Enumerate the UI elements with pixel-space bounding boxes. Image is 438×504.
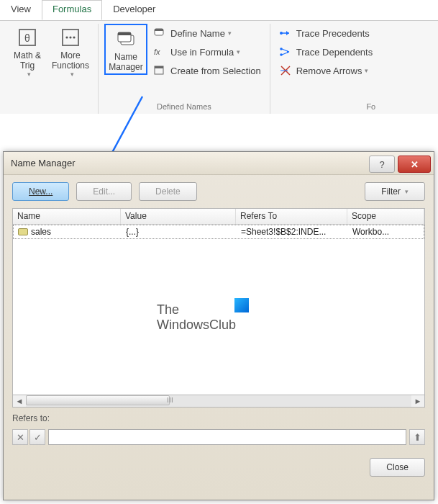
watermark-logo-icon <box>234 298 249 312</box>
row-scope: Workbo... <box>348 225 424 238</box>
tab-developer[interactable]: Developer <box>102 0 166 20</box>
svg-point-16 <box>280 48 283 50</box>
math-trig-button[interactable]: θ Math & Trig ▾ <box>6 24 49 79</box>
close-icon: ✕ <box>411 159 419 170</box>
listview-header[interactable]: Name Value Refers To Scope <box>13 209 424 225</box>
use-in-formula-button[interactable]: fx Use in Formula▾ <box>150 42 264 61</box>
ribbon-body: θ Math & Trig ▾ More Functions ▾ Name Ma… <box>0 20 438 114</box>
dots-icon <box>58 27 83 48</box>
filter-button[interactable]: Filter▾ <box>365 182 425 201</box>
names-listview[interactable]: Name Value Refers To Scope sales {...} =… <box>12 208 425 395</box>
ribbon-tabs: View Formulas Developer <box>0 0 438 20</box>
trace-precedents-button[interactable]: Trace Precedents <box>276 24 375 42</box>
refers-accept-button[interactable]: ✓ <box>29 429 45 445</box>
row-value: {...} <box>122 225 237 238</box>
math-trig-label: Math & Trig <box>7 50 47 71</box>
row-name: sales <box>31 227 51 237</box>
fx-icon: fx <box>153 45 166 58</box>
formula-auditing-group-label: Fo <box>276 101 375 114</box>
row-refers: =Sheet3!$B$2:INDE... <box>237 225 348 238</box>
svg-rect-13 <box>155 66 163 68</box>
refers-cancel-button[interactable]: ✕ <box>12 429 28 445</box>
define-name-button[interactable]: Define Name▾ <box>150 24 264 42</box>
scroll-thumb[interactable] <box>26 395 170 405</box>
table-row[interactable]: sales {...} =Sheet3!$B$2:INDE... Workbo.… <box>13 225 424 239</box>
dialog-titlebar[interactable]: Name Manager ? ✕ <box>4 152 434 175</box>
col-value[interactable]: Value <box>121 209 236 224</box>
close-button[interactable]: Close <box>370 458 425 477</box>
watermark-line1: The <box>157 302 179 318</box>
svg-point-5 <box>73 36 75 38</box>
x-icon: ✕ <box>17 432 24 443</box>
group-defined-names: Name Manager Define Name▾ fx Use in Form… <box>99 24 270 114</box>
selection-icon <box>153 64 166 77</box>
collapse-dialog-button[interactable]: ⬆ <box>409 429 425 445</box>
more-functions-label: More Functions <box>50 50 91 71</box>
refers-to-input[interactable] <box>48 429 406 445</box>
tag-icon <box>153 27 166 40</box>
new-button[interactable]: New... <box>12 182 69 201</box>
chevron-down-icon: ▾ <box>237 48 240 55</box>
chevron-down-icon: ▾ <box>365 67 368 74</box>
remove-arrows-label: Remove Arrows <box>296 66 362 76</box>
scroll-grip-icon: ⅠⅠⅠ <box>167 397 173 404</box>
new-button-label: New... <box>29 186 53 197</box>
svg-point-4 <box>69 36 71 38</box>
scroll-left-icon[interactable]: ◄ <box>13 397 26 405</box>
svg-text:θ: θ <box>24 32 30 44</box>
refers-to-label: Refers to: <box>12 413 425 423</box>
group-formula-auditing: Trace Precedents Trace Dependents Remove… <box>270 24 381 114</box>
chevron-down-icon: ▾ <box>27 71 31 78</box>
group-function-lib: θ Math & Trig ▾ More Functions ▾ <box>0 24 99 114</box>
tab-view[interactable]: View <box>0 0 42 20</box>
chevron-down-icon: ▾ <box>228 30 232 37</box>
close-x-button[interactable]: ✕ <box>398 156 431 173</box>
check-icon: ✓ <box>34 432 42 443</box>
svg-marker-18 <box>287 50 289 53</box>
create-from-selection-label: Create from Selection <box>170 66 261 76</box>
name-manager-button[interactable]: Name Manager <box>104 24 147 75</box>
svg-text:fx: fx <box>154 48 160 56</box>
create-from-selection-button[interactable]: Create from Selection <box>150 61 264 80</box>
col-name[interactable]: Name <box>13 209 121 224</box>
watermark-line2: WindowsClub <box>157 318 236 333</box>
collapse-icon: ⬆ <box>414 432 421 443</box>
svg-point-3 <box>65 36 68 38</box>
scroll-right-icon[interactable]: ► <box>411 397 424 405</box>
svg-point-15 <box>280 32 283 35</box>
svg-point-17 <box>280 53 283 56</box>
trace-dependents-label: Trace Dependents <box>296 47 373 58</box>
use-in-formula-label: Use in Formula <box>170 47 234 58</box>
col-refers[interactable]: Refers To <box>236 209 347 224</box>
theta-icon: θ <box>15 27 40 48</box>
group-label-blank <box>47 101 50 114</box>
name-tag-icon <box>18 228 28 235</box>
name-manager-icon <box>114 28 138 50</box>
delete-button[interactable]: Delete <box>139 182 197 201</box>
scroll-track[interactable]: ⅠⅠⅠ <box>26 395 411 407</box>
help-button[interactable]: ? <box>369 156 395 173</box>
trace-dependents-icon <box>279 45 292 58</box>
svg-rect-10 <box>155 29 163 31</box>
more-functions-button[interactable]: More Functions ▾ <box>49 24 92 79</box>
chevron-down-icon: ▾ <box>70 71 74 78</box>
trace-dependents-button[interactable]: Trace Dependents <box>276 42 375 61</box>
name-manager-label: Name Manager <box>107 52 145 72</box>
remove-arrows-button[interactable]: Remove Arrows▾ <box>276 61 375 80</box>
chevron-down-icon: ▾ <box>405 188 409 195</box>
horizontal-scrollbar[interactable]: ◄ ⅠⅠⅠ ► <box>12 395 425 408</box>
tab-formulas[interactable]: Formulas <box>42 0 102 20</box>
svg-marker-14 <box>286 31 289 35</box>
defined-names-group-label: Defined Names <box>157 101 211 114</box>
edit-button[interactable]: Edit... <box>76 182 132 201</box>
svg-rect-8 <box>118 32 131 35</box>
help-icon: ? <box>379 159 384 170</box>
trace-precedents-icon <box>279 27 292 40</box>
watermark: The WindowsClub <box>157 302 236 333</box>
dialog-title: Name Manager <box>11 158 76 168</box>
col-scope[interactable]: Scope <box>347 209 424 224</box>
name-manager-dialog: Name Manager ? ✕ New... Edit... Delete F… <box>3 151 434 500</box>
trace-precedents-label: Trace Precedents <box>296 28 370 39</box>
filter-button-label: Filter <box>381 186 401 197</box>
remove-arrows-icon <box>279 64 292 77</box>
